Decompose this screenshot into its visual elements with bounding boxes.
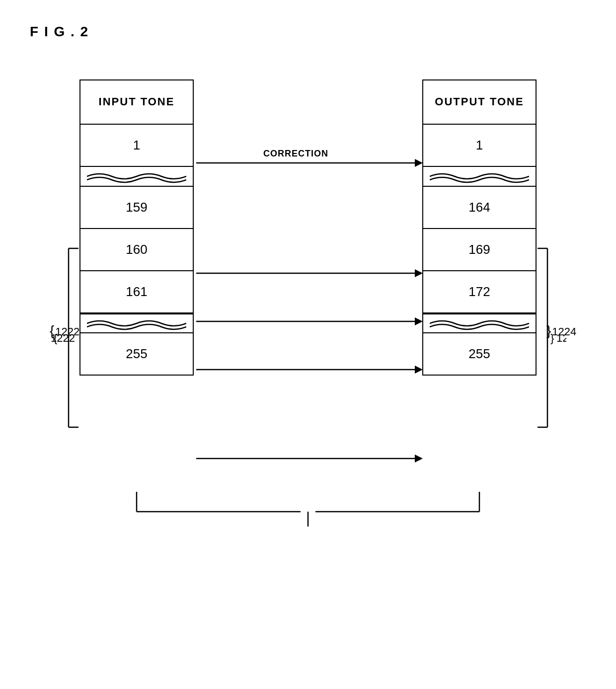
bracket-label-right: }1224 <box>546 323 576 339</box>
svg-text:CORRECTION: CORRECTION <box>263 149 328 158</box>
output-wavy-2 <box>423 313 536 332</box>
svg-marker-8 <box>415 366 423 374</box>
output-row-169: 169 <box>423 229 536 271</box>
output-row-164: 164 <box>423 186 536 229</box>
input-wavy-1 <box>80 167 193 186</box>
svg-marker-10 <box>415 455 423 462</box>
svg-marker-4 <box>415 269 423 277</box>
output-tone-table: OUTPUT TONE 1 164 169 172 255 <box>422 79 537 376</box>
output-row-1: 1 <box>423 125 536 167</box>
input-row-255: 255 <box>80 332 193 375</box>
input-tone-header: INPUT TONE <box>80 80 193 125</box>
input-row-161: 161 <box>80 271 193 313</box>
output-tone-header: OUTPUT TONE <box>423 80 536 125</box>
input-wavy-2 <box>80 313 193 332</box>
output-row-255: 255 <box>423 332 536 375</box>
input-tone-table: INPUT TONE 1 159 160 161 255 <box>79 79 194 376</box>
input-row-1: 1 <box>80 125 193 167</box>
bracket-label-left: {1222 <box>50 323 79 339</box>
output-row-172: 172 <box>423 271 536 313</box>
figure-label: F I G . 2 <box>30 24 89 40</box>
svg-marker-6 <box>415 317 423 325</box>
input-row-159: 159 <box>80 186 193 229</box>
diagram: INPUT TONE 1 159 160 161 255 OUTPUT TONE… <box>50 79 566 527</box>
svg-marker-1 <box>415 159 423 167</box>
output-wavy-1 <box>423 167 536 186</box>
input-row-160: 160 <box>80 229 193 271</box>
